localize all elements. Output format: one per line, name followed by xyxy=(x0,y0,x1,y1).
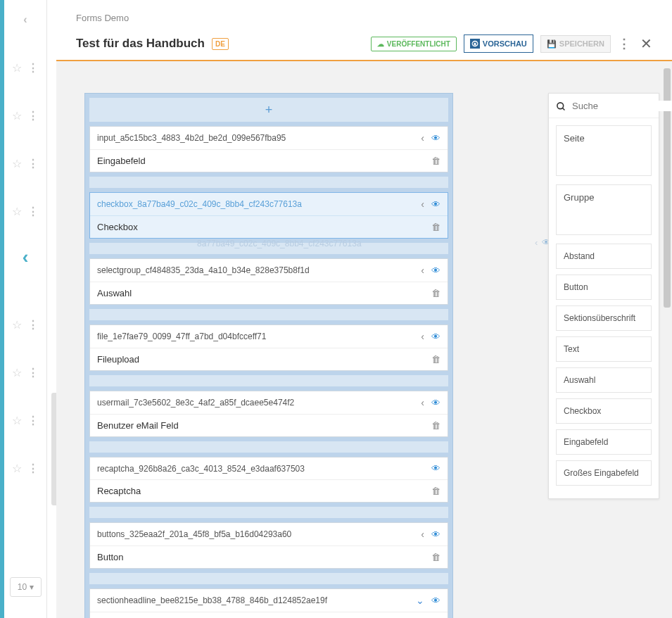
palette-item[interactable]: Eingabefeld xyxy=(556,429,652,455)
more-menu[interactable]: ⋮ xyxy=(618,36,630,51)
trash-icon[interactable]: 🗑 xyxy=(431,222,440,232)
sidebar-collapse[interactable]: ‹ xyxy=(4,6,46,34)
eye-icon[interactable]: 👁 xyxy=(431,332,440,342)
language-badge[interactable]: DE xyxy=(212,38,229,50)
save-button[interactable]: 💾 SPEICHERN xyxy=(540,35,611,53)
search-preview-icon: ⦿ xyxy=(470,39,480,49)
trash-icon[interactable]: 🗑 xyxy=(431,288,440,298)
plus-icon: + xyxy=(265,103,273,118)
field-block[interactable]: checkbox_8a77ba49_c02c_409c_8bb4_cf243c7… xyxy=(89,192,448,239)
dots-icon: ⋮ xyxy=(27,318,39,332)
palette-item[interactable]: Auswahl xyxy=(556,367,652,393)
published-label: VERÖFFENTLICHT xyxy=(387,40,450,48)
field-id: file_1e7fae79_0099_47ff_a7bd_d04bfcceff7… xyxy=(97,332,417,341)
palette-item[interactable]: Text xyxy=(556,336,652,362)
left-sidebar: ‹ ☆⋮ ☆⋮ ☆⋮ ☆⋮ ‹ ☆⋮ ☆⋮ ☆⋮ ☆⋮ 10▾ xyxy=(4,0,47,618)
palette-container-gruppe[interactable]: Gruppe xyxy=(556,184,652,235)
field-block[interactable]: input_a5c15bc3_4883_4b2d_be2d_099e567fba… xyxy=(89,126,448,172)
dots-icon: ⋮ xyxy=(27,205,39,218)
sidebar-row[interactable]: ☆⋮ xyxy=(4,358,46,386)
field-id: selectgroup_cf484835_23da_4a10_b34e_828e… xyxy=(97,265,417,275)
field-block[interactable]: buttons_325eaa2f_201a_45f8_bf5a_b16d0429… xyxy=(89,522,448,569)
field-block[interactable]: usermail_7c3e5602_8e3c_4af2_a85f_dcaee5e… xyxy=(89,391,448,437)
eye-icon[interactable]: 👁 xyxy=(431,463,440,474)
page-size-select[interactable]: 10▾ xyxy=(10,577,42,597)
palette-search-input[interactable] xyxy=(572,101,672,111)
field-spacer[interactable] xyxy=(89,507,448,518)
field-label: Checkbox xyxy=(97,222,427,232)
page-title: Test für das Handbuch xyxy=(76,37,205,51)
close-icon[interactable]: ✕ xyxy=(638,35,655,52)
palette-search-row: ✕ xyxy=(549,94,659,118)
save-icon: 💾 xyxy=(547,39,557,49)
svg-line-1 xyxy=(562,108,564,110)
palette-item[interactable]: Button xyxy=(556,275,652,300)
chevron-left-icon[interactable]: ‹ xyxy=(421,198,424,210)
field-block[interactable]: selectgroup_cf484835_23da_4a10_b34e_828e… xyxy=(89,258,448,305)
field-spacer[interactable] xyxy=(89,441,448,453)
star-icon: ☆ xyxy=(12,462,22,475)
sidebar-row[interactable]: ☆⋮ xyxy=(4,149,46,177)
field-id: input_a5c15bc3_4883_4b2d_be2d_099e567fba… xyxy=(97,133,417,143)
chevron-left-icon[interactable]: ‹ xyxy=(421,331,424,342)
sidebar-row[interactable]: ☆⋮ xyxy=(4,197,46,225)
field-label: Fileupload xyxy=(97,354,427,365)
chevron-left-icon[interactable]: ‹ xyxy=(421,132,424,144)
trash-icon[interactable]: 🗑 xyxy=(431,486,440,496)
eye-icon[interactable]: 👁 xyxy=(431,265,440,276)
star-icon: ☆ xyxy=(12,205,22,218)
dropdown-caret-icon: ▾ xyxy=(30,582,34,592)
palette-item[interactable]: Abstand xyxy=(556,244,652,269)
trash-icon[interactable]: 🗑 xyxy=(431,156,440,166)
palette-item[interactable]: Checkbox xyxy=(556,398,652,424)
sidebar-row[interactable]: ☆⋮ xyxy=(4,101,46,130)
sidebar-row[interactable]: ☆⋮ xyxy=(4,53,46,82)
field-label: Recaptcha xyxy=(97,486,427,496)
palette-item[interactable]: Sektionsüberschrift xyxy=(556,305,652,331)
chevron-left-icon[interactable]: ‹ xyxy=(4,246,46,268)
main-area: Forms Demo Test für das Handbuch DE ☁ VE… xyxy=(56,0,672,618)
sidebar-row[interactable]: ☆⋮ xyxy=(4,406,46,434)
svg-point-0 xyxy=(557,103,564,109)
star-icon: ☆ xyxy=(12,157,22,170)
palette-container-seite[interactable]: Seite xyxy=(556,125,652,176)
palette-item[interactable]: Großes Eingabefeld xyxy=(556,460,652,486)
field-id: sectionheadline_bee8215e_bb38_4788_846b_… xyxy=(97,595,412,605)
chevron-left-icon[interactable]: ‹ xyxy=(421,265,424,276)
field-block[interactable]: sectionheadline_bee8215e_bb38_4788_846b_… xyxy=(89,588,448,618)
dots-icon: ⋮ xyxy=(27,366,39,379)
field-spacer[interactable] xyxy=(89,177,448,188)
trash-icon[interactable]: 🗑 xyxy=(431,552,440,562)
chevron-left-icon[interactable]: ‹ xyxy=(421,397,424,408)
field-label: Eingabefeld xyxy=(97,156,427,166)
field-label: Button xyxy=(97,552,427,562)
eye-icon[interactable]: 👁 xyxy=(431,595,440,606)
chevron-left-icon[interactable]: ‹ xyxy=(421,529,424,540)
sidebar-row[interactable]: ☆⋮ xyxy=(4,454,46,482)
chevron-left-icon[interactable]: ‹ xyxy=(535,237,538,248)
breadcrumb[interactable]: Forms Demo xyxy=(76,13,655,23)
trash-icon[interactable]: 🗑 xyxy=(431,354,440,365)
sidebar-row[interactable]: ☆⋮ xyxy=(4,310,46,339)
dots-icon: ⋮ xyxy=(27,414,39,427)
field-spacer[interactable] xyxy=(89,375,448,386)
eye-icon[interactable]: 👁 xyxy=(431,133,440,144)
field-spacer[interactable] xyxy=(89,573,448,584)
field-spacer[interactable] xyxy=(89,309,448,320)
save-label: SPEICHERN xyxy=(559,39,604,48)
preview-label: VORSCHAU xyxy=(483,39,527,48)
field-id: usermail_7c3e5602_8e3c_4af2_a85f_dcaee5e… xyxy=(97,398,417,408)
chevron-down-icon[interactable]: ⌄ xyxy=(416,595,424,606)
field-block[interactable]: file_1e7fae79_0099_47ff_a7bd_d04bfcceff7… xyxy=(89,324,448,371)
add-field-button[interactable]: + xyxy=(89,98,448,122)
eye-icon[interactable]: 👁 xyxy=(431,398,440,408)
dots-icon: ⋮ xyxy=(27,462,39,475)
field-id: buttons_325eaa2f_201a_45f8_bf5a_b16d0429… xyxy=(97,529,417,539)
field-block[interactable]: recaptcha_926b8a26_ca3c_4013_8524_e3daaf… xyxy=(89,457,448,503)
eye-icon[interactable]: 👁 xyxy=(431,529,440,540)
preview-button[interactable]: ⦿ VORSCHAU xyxy=(464,34,533,53)
field-spacer[interactable] xyxy=(89,243,448,254)
star-icon: ☆ xyxy=(12,414,22,427)
eye-icon[interactable]: 👁 xyxy=(431,199,440,210)
trash-icon[interactable]: 🗑 xyxy=(431,420,440,431)
